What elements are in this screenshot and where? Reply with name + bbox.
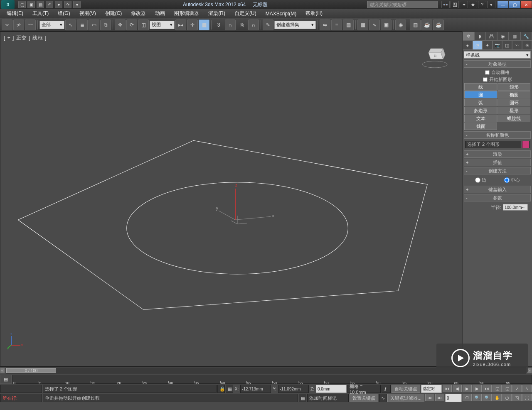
tab-create-icon[interactable]: ✲ bbox=[463, 32, 474, 41]
coord-z-input[interactable]: 0.0mm bbox=[316, 385, 347, 393]
pan-icon[interactable]: ✋ bbox=[493, 394, 502, 401]
close-button[interactable]: ✕ bbox=[520, 1, 532, 8]
viewport-nav3-icon[interactable]: ⤢ bbox=[512, 385, 522, 392]
menu-help[interactable]: 帮助(H) bbox=[301, 9, 327, 18]
shape-type-dropdown[interactable]: 样条线▾ bbox=[464, 51, 531, 59]
time-slider[interactable]: 0 / 100 bbox=[6, 368, 526, 373]
viewport-nav4-icon[interactable]: ⤡ bbox=[522, 385, 532, 392]
help-icon[interactable]: ? bbox=[478, 1, 486, 8]
tab-display-icon[interactable]: ▥ bbox=[509, 32, 520, 41]
named-selection-dropdown[interactable]: 创建选择集▾ bbox=[274, 21, 316, 29]
help-dd-icon[interactable]: ▾ bbox=[487, 1, 495, 8]
open-icon[interactable]: ▣ bbox=[27, 1, 35, 8]
cat-systems-icon[interactable]: ✳ bbox=[522, 41, 532, 50]
maximize-button[interactable]: ▢ bbox=[509, 1, 520, 8]
shape-ellipse-button[interactable]: 椭圆 bbox=[498, 91, 530, 98]
edit-named-sel-icon[interactable]: ✎ bbox=[263, 20, 273, 30]
autogrid-checkbox[interactable] bbox=[485, 70, 490, 75]
autokey-button[interactable]: 自动关键点 bbox=[392, 385, 420, 393]
track-ruler[interactable]: 05101520253035404550556065707580859095 bbox=[12, 375, 532, 384]
layers-icon[interactable]: ▤ bbox=[343, 20, 354, 30]
object-name-input[interactable]: 选择了 2 个图形 bbox=[465, 141, 521, 148]
menu-animation[interactable]: 动画 bbox=[151, 9, 169, 18]
scale-icon[interactable]: ◫ bbox=[138, 20, 149, 30]
startnew-checkbox[interactable] bbox=[483, 77, 488, 82]
max-viewport-icon[interactable]: ⛶ bbox=[522, 394, 532, 401]
graphite-icon[interactable]: ▦ bbox=[357, 20, 368, 30]
next-frame-icon[interactable]: ▶ bbox=[473, 385, 482, 392]
undo-icon[interactable]: ↶ bbox=[46, 1, 53, 8]
tab-motion-icon[interactable]: ◉ bbox=[497, 32, 509, 41]
menu-create[interactable]: 创建(C) bbox=[101, 9, 126, 18]
cat-cameras-icon[interactable]: 📷 bbox=[493, 41, 502, 50]
viewport-label[interactable]: [ + ] 正交 ] 线框 ] bbox=[4, 34, 47, 42]
menu-tools[interactable]: 工具(T) bbox=[28, 9, 53, 18]
shape-ngon-button[interactable]: 多边形 bbox=[464, 107, 497, 114]
prev-frame-icon[interactable]: ◀ bbox=[453, 385, 462, 392]
manipulate-icon[interactable]: ✛ bbox=[187, 20, 198, 30]
viewport-nav1-icon[interactable]: ◱ bbox=[493, 385, 502, 392]
menu-edit[interactable]: 编辑(E) bbox=[2, 9, 27, 18]
time-prev-button[interactable]: < bbox=[0, 368, 5, 373]
menu-group[interactable]: 组(G) bbox=[54, 9, 74, 18]
tab-modify-icon[interactable]: ◗ bbox=[474, 32, 486, 41]
menu-modifiers[interactable]: 修改器 bbox=[127, 9, 150, 18]
cat-helpers-icon[interactable]: ◫ bbox=[502, 41, 512, 50]
rollout-rendering[interactable]: +渲染 bbox=[464, 150, 531, 158]
schematic-icon[interactable]: ▣ bbox=[381, 20, 392, 30]
app-icon[interactable]: 3 bbox=[1, 0, 15, 9]
tab-hierarchy-icon[interactable]: 品 bbox=[486, 32, 498, 41]
pivot-icon[interactable]: ▸◂ bbox=[175, 20, 186, 30]
cat-lights-icon[interactable]: ✦ bbox=[483, 41, 493, 50]
exchange-icon[interactable]: ✦ bbox=[460, 1, 468, 8]
key-step-prev-icon[interactable]: ⏮ bbox=[425, 394, 434, 401]
timetag-toggle-icon[interactable]: ▦ bbox=[299, 394, 306, 402]
object-color-swatch[interactable] bbox=[522, 141, 530, 148]
redo-icon[interactable]: ↷ bbox=[64, 1, 71, 8]
lock-icon[interactable]: 🔒 bbox=[217, 385, 225, 393]
minimize-button[interactable]: — bbox=[497, 1, 509, 8]
rollout-object-type[interactable]: -对象类型 bbox=[464, 60, 531, 68]
rollout-keyboard-entry[interactable]: +键盘输入 bbox=[464, 186, 531, 193]
fov-icon[interactable]: ◹ bbox=[512, 394, 522, 401]
cat-geometry-icon[interactable]: ● bbox=[463, 41, 473, 50]
coord-x-input[interactable]: -12.713mm bbox=[240, 385, 271, 393]
viewport[interactable]: [ + ] 正交 ] 线框 ] z x y 前 bbox=[0, 32, 462, 366]
trackbar-toggle-icon[interactable]: ▤ bbox=[0, 375, 12, 384]
comm-center-icon[interactable]: ⚷ bbox=[382, 385, 391, 393]
zoom-icon[interactable]: 🔍 bbox=[473, 394, 482, 401]
selection-filter-dropdown[interactable]: 全部▾ bbox=[39, 21, 64, 29]
shape-helix-button[interactable]: 螺旋线 bbox=[498, 115, 530, 122]
unlink-icon[interactable]: ⫘̸ bbox=[13, 20, 24, 30]
rollout-parameters[interactable]: -参数 bbox=[464, 194, 531, 201]
shape-rectangle-button[interactable]: 矩形 bbox=[498, 83, 530, 91]
play-icon[interactable]: ▶ bbox=[463, 385, 472, 392]
current-frame-input[interactable]: 0 bbox=[445, 394, 462, 402]
undo-dd-icon[interactable]: ▾ bbox=[55, 1, 62, 8]
rect-select-icon[interactable]: ▭ bbox=[89, 20, 99, 30]
zoom-all-icon[interactable]: 🔍 bbox=[483, 394, 492, 401]
rollout-name-color[interactable]: -名称和颜色 bbox=[464, 131, 531, 139]
menu-views[interactable]: 视图(V) bbox=[75, 9, 100, 18]
percent-snap-icon[interactable]: % bbox=[236, 20, 247, 30]
key-target-dropdown[interactable]: 选定对 bbox=[421, 385, 442, 393]
keyfilter-button[interactable]: 关键点过滤器... bbox=[387, 394, 424, 402]
orbit-icon[interactable]: ⭯ bbox=[502, 394, 512, 401]
spinner-snap-icon[interactable]: ∩ bbox=[248, 20, 259, 30]
new-icon[interactable]: ▢ bbox=[18, 1, 26, 8]
redo-dd-icon[interactable]: ▾ bbox=[73, 1, 81, 8]
shape-section-button[interactable]: 截面 bbox=[464, 123, 497, 130]
material-editor-icon[interactable]: ◉ bbox=[395, 20, 406, 30]
method-center-radio[interactable] bbox=[504, 177, 510, 183]
radius-spinner[interactable]: 100.0mm▴▾ bbox=[503, 204, 528, 211]
window-crossing-icon[interactable]: ⧉ bbox=[100, 20, 111, 30]
link-icon[interactable]: ⫘ bbox=[2, 20, 12, 30]
select-by-name-icon[interactable]: ≣ bbox=[77, 20, 88, 30]
key-step-next-icon[interactable]: ⏭ bbox=[435, 394, 444, 401]
tab-utilities-icon[interactable]: 🔧 bbox=[520, 32, 532, 41]
curve-editor-icon[interactable]: ∿ bbox=[369, 20, 380, 30]
script-listener[interactable] bbox=[0, 385, 42, 393]
favorite-icon[interactable]: ★ bbox=[469, 1, 477, 8]
shape-circle-button[interactable]: 圆 bbox=[464, 91, 497, 98]
shape-text-button[interactable]: 文本 bbox=[464, 115, 497, 122]
